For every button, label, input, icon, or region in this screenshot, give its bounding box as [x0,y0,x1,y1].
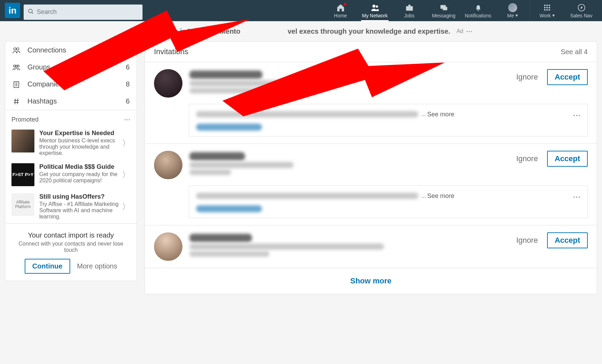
invitation-item: Ignore Accept [145,225,597,268]
invitee-name[interactable] [189,152,245,160]
see-more-link[interactable]: See more [427,111,454,118]
nav-me[interactable]: Me▾ [495,0,530,21]
connections-icon [12,46,27,55]
nav-messaging[interactable]: Messaging [426,0,461,21]
nav-sales-navigator[interactable]: Sales Nav [564,0,599,21]
svg-point-15 [544,9,545,10]
caret-down-icon: ▾ [552,13,555,18]
promo-thumb: Affiliate Platform [11,193,34,216]
avatar[interactable] [154,232,182,261]
search-icon [28,8,34,16]
see-all-link[interactable]: See all 4 [561,48,588,56]
message-menu-button[interactable]: ··· [573,191,580,202]
chevron-right-icon: 〉 [122,138,130,149]
bell-icon [474,3,483,12]
invitations-card: Invitations See all 4 Ignore Accept [145,41,597,294]
svg-point-9 [544,5,545,6]
see-more-link[interactable]: See more [427,192,454,200]
ad-banner: Your Expertise is Needed - Mento vel exe… [0,21,602,41]
svg-point-12 [544,7,545,8]
avatar[interactable] [154,69,182,98]
reply-link[interactable] [196,205,262,212]
svg-point-20 [17,48,19,50]
sidebar-item-hashtags[interactable]: Hashtags 6 [5,93,137,110]
invitation-message: ... See more ··· [189,104,588,136]
hashtag-icon [12,97,27,106]
contact-import-card: Your contact import is ready Connect wit… [5,224,137,281]
nav-jobs[interactable]: Jobs [392,0,426,21]
linkedin-logo[interactable]: in [5,3,20,18]
mutual-connections [189,169,231,175]
caret-down-icon: ▾ [515,13,518,18]
mutual-connections [189,88,280,93]
mutual-connections [189,251,269,257]
promoted-menu-button[interactable]: ··· [124,115,130,124]
avatar-icon [508,3,517,12]
nav-home[interactable]: Home [323,0,358,21]
accept-button[interactable]: Accept [547,151,588,167]
ignore-button[interactable]: Ignore [514,154,540,164]
people-icon [371,3,380,12]
invitation-item: Ignore Accept ... See more ··· [145,143,597,225]
svg-point-16 [546,9,548,10]
messaging-icon [439,3,448,12]
promo-item[interactable]: Your Expertise is Needed Mentor business… [5,126,137,160]
invitee-headline [189,80,315,86]
svg-point-13 [546,7,548,8]
invitee-headline [189,243,384,250]
ignore-button[interactable]: Ignore [514,235,540,245]
promo-item[interactable]: F>ST P>Y Political Media $$$ Guide Get y… [5,160,137,190]
invitation-message: ... See more ··· [189,185,588,218]
sidebar-item-companies[interactable]: Companies 8 [5,76,137,93]
sidebar-item-connections[interactable]: Connections ,050 [5,42,137,59]
chevron-right-icon: 〉 [122,201,130,212]
sidebar-item-groups[interactable]: Groups 6 [5,59,137,76]
nav-work[interactable]: Work▾ [530,0,564,21]
svg-point-5 [376,5,378,8]
briefcase-icon [405,3,414,12]
promo-thumb: F>ST P>Y [11,163,34,186]
ignore-button[interactable]: Ignore [514,72,540,82]
nav-notifications[interactable]: Notifications [461,0,495,21]
more-options-link[interactable]: More options [77,262,117,270]
invitee-name[interactable] [189,71,262,79]
svg-point-10 [546,5,548,6]
continue-button[interactable]: Continue [25,259,70,274]
svg-rect-8 [442,7,447,10]
svg-point-2 [29,9,32,13]
invitation-item: Ignore Accept ... See more ··· [145,62,597,143]
nav-my-network[interactable]: My Network [358,0,392,21]
search-wrap [24,3,143,21]
svg-line-30 [15,99,15,104]
invitations-header: Invitations See all 4 [145,42,597,62]
ad-label: Ad [456,28,463,34]
top-nav: in Home My Network Jobs Messaging Notifi… [0,0,602,21]
compass-icon [577,3,586,12]
accept-button[interactable]: Accept [547,69,588,85]
search-input[interactable] [24,5,143,20]
message-menu-button[interactable]: ··· [573,110,580,121]
svg-point-4 [372,5,375,8]
promo-thumb [11,130,34,152]
svg-point-19 [14,48,16,50]
groups-icon [12,63,27,72]
promoted-header: Promoted ··· [5,110,137,126]
left-sidebar: Connections ,050 Groups 6 Companies 8 Ha… [5,41,137,281]
ad-menu-button[interactable]: ··· [466,27,472,36]
reply-link[interactable] [196,124,262,131]
promo-item[interactable]: Affiliate Platform Still using HasOffers… [5,190,137,223]
invitee-name[interactable] [189,234,252,242]
svg-line-3 [32,12,33,14]
grid-icon [543,3,552,12]
svg-rect-6 [406,6,413,10]
svg-point-14 [548,7,550,8]
show-more-button[interactable]: Show more [145,268,597,294]
building-icon [12,80,27,89]
svg-line-31 [17,99,18,104]
accept-button[interactable]: Accept [547,232,588,248]
ad-headline-link[interactable]: Your Expertise is Needed [130,27,213,35]
svg-point-11 [548,5,550,6]
chevron-right-icon: 〉 [122,169,130,180]
avatar[interactable] [154,151,182,179]
svg-text:in: in [9,6,17,15]
